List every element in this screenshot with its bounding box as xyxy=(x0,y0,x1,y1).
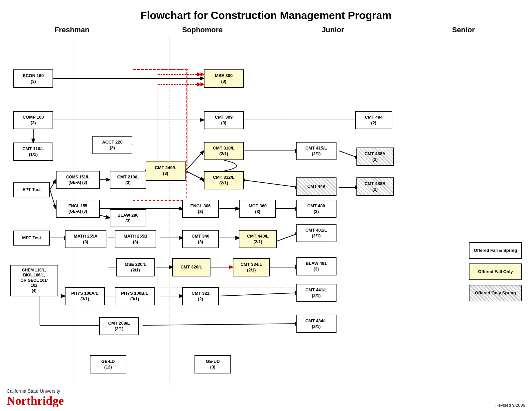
svg-line-8 xyxy=(186,151,204,171)
svg-line-9 xyxy=(186,171,204,180)
logo-top: California State University xyxy=(7,388,64,394)
node-cmt240l: CMT 240/L(3) xyxy=(146,161,186,181)
node-cmt449: CMT 449 xyxy=(296,177,336,196)
legend: Offered Fall & Spring Offered Fall Only … xyxy=(469,242,522,301)
node-cmt312l: CMT 312/L(2/1) xyxy=(204,171,244,189)
node-blaw481: BLAW 481(3) xyxy=(296,257,336,275)
node-cmt340: CMT 340(3) xyxy=(182,230,219,248)
node-cmt415l: CMT 415/L(2/1) xyxy=(296,142,336,160)
node-math255a: MATH 255A(3) xyxy=(65,230,106,248)
svg-line-11 xyxy=(339,151,359,158)
page: Flowchart for Construction Management Pr… xyxy=(0,0,532,411)
node-cmt440l: CMT 440/L(2/1) xyxy=(239,230,277,248)
node-cmt441l: CMT 441/L(2/1) xyxy=(296,284,336,302)
svg-line-12 xyxy=(244,180,299,187)
node-cmt401l: CMT 401/L(2/1) xyxy=(296,224,336,242)
node-mse300: MSE 300(3) xyxy=(204,69,244,88)
node-engl306: ENGL 306(3) xyxy=(182,200,219,218)
node-engl155: ENGL 155(GE-A) (3) xyxy=(56,200,100,218)
logo-bottom: Northridge xyxy=(7,394,64,408)
node-cmt480: CMT 480(3) xyxy=(296,200,336,218)
page-title: Flowchart for Construction Management Pr… xyxy=(3,3,529,24)
col-sophomore: Sophomore xyxy=(137,26,268,34)
node-cmt208l: CMT 208/L(2/1) xyxy=(99,317,139,335)
svg-line-35 xyxy=(143,324,299,325)
legend-box-1: Offered Fall & Spring xyxy=(469,242,522,259)
col-senior: Senior xyxy=(398,26,529,34)
node-mse220l: MSE 220/L(2/1) xyxy=(116,258,155,276)
svg-line-14 xyxy=(50,180,56,190)
legend-item-3: Offered Only Spring xyxy=(469,285,522,301)
legend-box-3: Offered Only Spring xyxy=(469,285,522,301)
node-cmt321: CMT 321(2) xyxy=(182,287,219,305)
node-phys100al: PHYS 100A/L(3/1) xyxy=(65,287,105,305)
logo-area: California State University Northridge xyxy=(7,388,64,408)
node-cmt326l: CMT 326/L xyxy=(172,258,210,276)
col-junior: Junior xyxy=(268,26,398,34)
legend-item-2: Offered Fall Only xyxy=(469,263,522,280)
svg-rect-38 xyxy=(158,69,188,172)
node-comp100: COMP 100(3) xyxy=(13,111,53,129)
node-math255b: MATH 255B(3) xyxy=(115,230,156,248)
node-cmt210l: CMT 210/L(3) xyxy=(110,171,146,189)
flowchart-area: ECON 160(3) COMP 100(3) CMT 110/L(1/1) E… xyxy=(7,36,525,388)
node-cmt309: CMT 309(3) xyxy=(204,111,244,129)
node-cmt334l: CMT 334/L(2/1) xyxy=(233,258,270,276)
node-mgt360: MGT 360(3) xyxy=(239,200,276,218)
col-freshman: Freshman xyxy=(7,26,137,34)
node-mpt: MPT Test xyxy=(13,231,50,246)
column-headers: Freshman Sophomore Junior Senior xyxy=(7,24,529,36)
node-cmt488a: CMT 488A(2) xyxy=(356,148,394,166)
node-cmt110l: CMT 110/L(1/1) xyxy=(13,143,53,161)
svg-line-34 xyxy=(219,293,299,296)
legend-item-1: Offered Fall & Spring xyxy=(469,242,522,259)
node-geud: GE-UD(3) xyxy=(195,355,231,373)
legend-box-2: Offered Fall Only xyxy=(469,263,522,280)
node-phys100bl: PHYS 100B/L(3/1) xyxy=(115,287,155,305)
node-geld: GE-LD(12) xyxy=(90,355,126,373)
node-ept: EPT Test xyxy=(13,182,50,197)
node-cmt494: CMT 494(2) xyxy=(355,111,392,129)
node-cmt434l: CMT 434/L(2/1) xyxy=(296,315,336,333)
node-econ160: ECON 160(3) xyxy=(13,69,53,88)
svg-line-15 xyxy=(50,190,56,209)
node-cmt488b: CMT 488B(2) xyxy=(356,177,394,196)
node-chem: CHEM 110/L,BIOL 106/L,OR GEOL 101/102(4) xyxy=(10,265,58,296)
revised-text: Revised 9/2009 xyxy=(495,403,525,408)
node-coms151l: COMS 151/L(GE-A) (3) xyxy=(56,171,100,189)
node-cmt310l: CMT 310/L(2/1) xyxy=(204,142,244,160)
node-blaw280: BLAW 280(3) xyxy=(110,209,146,227)
node-acct220: ACCT 220(3) xyxy=(92,136,132,154)
